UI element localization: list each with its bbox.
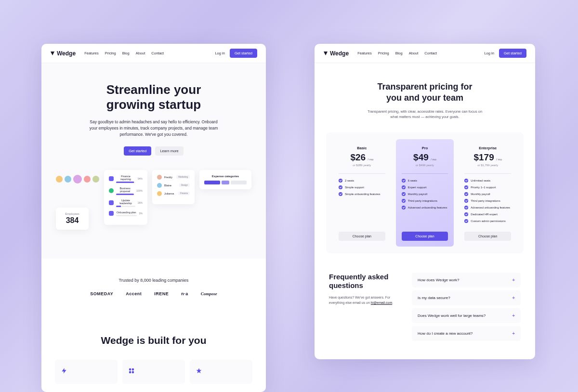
check-icon	[464, 185, 468, 189]
person-avatar	[157, 183, 162, 188]
hero-secondary-button[interactable]: Learn more	[155, 146, 183, 156]
choose-plan-button[interactable]: Choose plan	[402, 232, 448, 241]
plus-icon: +	[512, 295, 515, 301]
nav-link-pricing[interactable]: Pricing	[378, 51, 389, 55]
hero-primary-button[interactable]: Get started	[124, 146, 151, 156]
top-nav: Wedge FeaturesPricingBlogAboutContact Lo…	[41, 44, 266, 63]
feature-text: Simple onboarding features	[345, 193, 380, 196]
nav-link-pricing[interactable]: Pricing	[105, 51, 116, 55]
faq-item[interactable]: Does Wedge work well for large teams?+	[412, 308, 521, 323]
person-avatar	[157, 175, 162, 180]
svg-point-2	[129, 371, 131, 373]
faq-item[interactable]: Is my data secure?+	[412, 290, 521, 305]
faq-email-link[interactable]: hi@email.com	[371, 301, 392, 304]
progress-icon	[109, 200, 114, 205]
avatar-icon	[84, 176, 91, 183]
plan-price: $26	[350, 152, 366, 162]
feature-text: Monthly payroll	[471, 193, 490, 196]
check-icon	[464, 179, 468, 183]
avatar-icon	[56, 176, 63, 183]
hero-subtitle: Say goodbye to admin headaches and say h…	[86, 119, 221, 137]
wedge-icon	[50, 51, 55, 56]
person-tag: Finance	[178, 192, 190, 195]
faq-item[interactable]: How do I create a new account?+	[412, 326, 521, 341]
brand-text: Wedge	[57, 50, 76, 57]
plan-period: / mo	[431, 158, 436, 161]
nav-link-features[interactable]: Features	[84, 51, 99, 55]
plan-price: $179	[473, 152, 494, 162]
landing-page-left: Wedge FeaturesPricingBlogAboutContact Lo…	[41, 44, 266, 392]
login-link[interactable]: Log in	[215, 51, 224, 55]
choose-plan-button[interactable]: Choose plan	[339, 232, 385, 241]
feature-text: 2 seats	[345, 179, 354, 182]
faq-section: Frequently askedquestions Have questions…	[315, 253, 535, 360]
progress-icon	[109, 176, 114, 181]
pricing-plans: Basic$26 / moor $289 yearly2 seatsSimple…	[326, 132, 524, 253]
feature-card	[122, 360, 185, 384]
trusted-section: Trusted by 8,000 leading companies SOMED…	[41, 259, 266, 315]
progress-icon	[109, 211, 114, 216]
svg-point-0	[129, 368, 131, 370]
top-nav: Wedge FeaturesPricingBlogAboutContact Lo…	[315, 44, 535, 63]
partner-logo: Compose	[201, 291, 217, 296]
plan-yearly: or $289 yearly	[339, 164, 385, 167]
plan-yearly: or $1,799 yearly	[464, 164, 511, 167]
nav-link-blog[interactable]: Blog	[395, 51, 403, 55]
pricing-subtitle: Transparent pricing, with clear, accessi…	[365, 109, 485, 120]
person-name: Julianna	[164, 192, 174, 195]
expense-card: Expense categories	[199, 170, 251, 189]
progress-title: Business proposal	[116, 187, 134, 193]
faq-title: Frequently askedquestions	[329, 273, 401, 291]
nav-cta-button[interactable]: Get started	[230, 49, 257, 58]
feature-text: Third party integrations	[408, 199, 437, 202]
progress-pct: 94%	[138, 177, 143, 180]
nav-cta-button[interactable]: Get started	[499, 49, 526, 58]
choose-plan-button[interactable]: Choose plan	[464, 232, 511, 241]
nav-link-blog[interactable]: Blog	[122, 51, 130, 55]
feature-text: Advanced onboarding features	[408, 206, 447, 209]
expense-bar	[204, 181, 220, 184]
check-icon	[402, 185, 406, 189]
plan-name: Basic	[339, 146, 385, 150]
faq-item[interactable]: How does Wedge work?+	[412, 273, 521, 287]
built-title: Wedge is built for you	[51, 335, 256, 346]
progress-title: Finance reporting	[116, 175, 135, 181]
pricing-page-right: Wedge FeaturesPricingBlogAboutContact Lo…	[315, 44, 535, 359]
avatar-icon	[92, 176, 99, 183]
person-avatar	[157, 191, 162, 196]
nav-link-contact[interactable]: Contact	[424, 51, 437, 55]
nav-link-about[interactable]: About	[409, 51, 419, 55]
feature-text: Simple support	[345, 186, 364, 189]
feature-text: Unlimited seats	[471, 179, 490, 182]
progress-card: Finance reporting94%Business proposal100…	[104, 170, 147, 225]
brand-logo[interactable]: Wedge	[323, 50, 349, 57]
progress-pct: 26%	[138, 201, 143, 204]
partner-logo: Accent	[126, 291, 142, 296]
check-icon	[464, 212, 468, 216]
expense-bar	[231, 181, 247, 184]
check-icon	[339, 185, 342, 189]
plan-period: / mo	[368, 158, 374, 161]
star-icon	[196, 367, 202, 374]
brand-text: Wedge	[330, 50, 349, 57]
svg-point-1	[132, 368, 134, 370]
nav-link-features[interactable]: Features	[357, 51, 372, 55]
plus-icon: +	[512, 331, 515, 336]
feature-text: 6 seats	[408, 179, 417, 182]
nav-link-contact[interactable]: Contact	[151, 51, 164, 55]
faq-question: How do I create a new account?	[418, 331, 473, 336]
check-icon	[464, 192, 468, 196]
brand-logo[interactable]: Wedge	[50, 50, 76, 57]
plus-icon: +	[512, 277, 515, 283]
check-icon	[464, 206, 468, 209]
plan-period: / mo	[496, 158, 502, 161]
progress-pct: 0%	[139, 212, 143, 215]
progress-title: Update leadership	[116, 199, 135, 205]
nav-link-about[interactable]: About	[136, 51, 145, 55]
employees-card: Employees 384	[56, 208, 89, 230]
avatars-card	[56, 175, 99, 183]
person-name: Freddy	[164, 176, 172, 179]
feature-text: Expert support	[408, 186, 427, 189]
login-link[interactable]: Log in	[484, 51, 494, 55]
person-tag: Design	[179, 183, 190, 187]
